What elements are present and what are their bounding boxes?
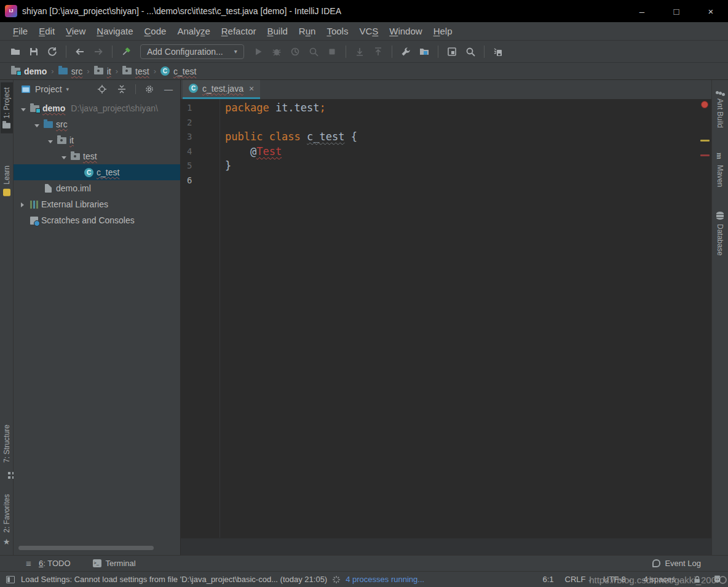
open-icon[interactable] (8, 44, 23, 59)
run-icon[interactable] (251, 44, 266, 59)
stripe-tab-7-structure[interactable]: 7: Structure (1, 420, 13, 479)
tree-label: Scratches and Consoles (41, 215, 135, 225)
locate-file-icon[interactable] (95, 82, 109, 96)
run-configuration-combo[interactable]: Add Configuration... ▾ (140, 44, 244, 59)
stripe-tab-learn[interactable]: Learn (1, 161, 13, 201)
toolwindow-toggle-icon[interactable] (6, 576, 15, 583)
profiler-icon[interactable] (306, 44, 321, 59)
menu-build[interactable]: Build (261, 24, 293, 38)
gear-icon[interactable] (143, 82, 156, 96)
close-button[interactable]: × (694, 0, 728, 22)
menu-help[interactable]: Help (428, 24, 458, 38)
line-number: 4 (187, 145, 220, 159)
breadcrumb-demo[interactable]: demo (9, 65, 49, 78)
event-log-button[interactable]: Event Log (652, 559, 701, 568)
folder-src-icon (58, 68, 68, 74)
tree-expand-icon[interactable] (48, 135, 54, 145)
code-token: it.test (269, 102, 320, 114)
project-tree: demoD:\java_project\shiyan\srcittestc_te… (14, 98, 180, 555)
warning-stripe-mark[interactable] (700, 140, 710, 142)
chevron-down-icon[interactable]: ▾ (66, 86, 69, 92)
menu-vcs[interactable]: VCS (354, 24, 384, 38)
tool-window-bar: 6: TODOTerminal Event Log (0, 555, 728, 571)
back-icon[interactable] (73, 44, 87, 59)
close-tab-icon[interactable]: × (249, 84, 254, 94)
tree-row-c-test[interactable]: c_test (14, 164, 180, 180)
menu-analyze[interactable]: Analyze (172, 24, 215, 38)
project-panel-title[interactable]: Project (35, 84, 62, 94)
coverage-icon[interactable] (288, 44, 303, 59)
menu-navigate[interactable]: Navigate (91, 24, 138, 38)
caret-position-widget[interactable]: 6:1 (542, 575, 553, 584)
forward-icon[interactable] (91, 44, 106, 59)
tree-row-external-libraries[interactable]: External Libraries (14, 196, 180, 212)
breadcrumb-c-test[interactable]: c_test (158, 65, 199, 78)
stop-icon[interactable] (325, 44, 339, 59)
processes-running-link[interactable]: 4 processes running... (346, 575, 424, 584)
menu-edit[interactable]: Edit (33, 24, 60, 38)
highlighting-level-icon[interactable] (713, 575, 722, 584)
stripe-tab-database[interactable]: Database (714, 207, 726, 260)
tree-expand-icon[interactable] (21, 103, 27, 113)
stripe-tab-2-favorites[interactable]: 2: Favorites (1, 489, 13, 551)
class-icon (160, 66, 170, 76)
update-project-icon[interactable] (352, 44, 367, 59)
commit-icon[interactable] (371, 44, 386, 59)
hide-panel-icon[interactable]: — (162, 82, 175, 96)
stripe-tab-maven[interactable]: Maven (714, 148, 726, 192)
menu-code[interactable]: Code (139, 24, 172, 38)
build-hammer-icon[interactable] (119, 44, 133, 59)
tree-expand-icon[interactable] (34, 119, 41, 129)
menu-view[interactable]: View (60, 24, 91, 38)
tree-expand-icon[interactable] (21, 199, 27, 209)
save-icon[interactable] (26, 44, 41, 59)
plugin-device-icon[interactable] (491, 44, 505, 59)
tree-row-scratches-and-consoles[interactable]: Scratches and Consoles (14, 212, 180, 228)
line-separator-widget[interactable]: CRLF ⌄ (565, 575, 593, 584)
toolwindow-button-6-todo[interactable]: 6: TODO (26, 559, 71, 568)
indent-widget[interactable]: 4 spaces ⌄ (643, 575, 682, 584)
tree-row-src[interactable]: src (14, 116, 180, 132)
left-tool-stripe: 1: ProjectLearn 7: Structure2: Favorites (0, 80, 14, 555)
restore-layout-icon[interactable] (445, 44, 459, 59)
stripe-tab-ant-build[interactable]: Ant Build (714, 86, 727, 133)
tab-c_test-java[interactable]: c_test.java × (183, 80, 260, 99)
project-structure-icon[interactable] (417, 44, 432, 59)
menu-refactor[interactable]: Refactor (216, 24, 262, 38)
maximize-button[interactable]: □ (659, 0, 694, 22)
breadcrumb-label: test (135, 66, 149, 76)
encoding-widget[interactable]: UTF-8 ⌄ (603, 575, 632, 584)
breadcrumb-test[interactable]: test (120, 65, 152, 78)
error-stripe-mark[interactable] (700, 154, 710, 156)
line-number: 2 (187, 116, 220, 130)
debug-icon[interactable] (269, 44, 284, 59)
tree-row-test[interactable]: test (14, 148, 180, 164)
sync-icon[interactable] (45, 44, 60, 59)
tree-expand-icon[interactable] (61, 151, 68, 161)
code-editor[interactable]: 123456 package it.test;public class c_te… (181, 99, 711, 538)
menu-tools[interactable]: Tools (321, 24, 354, 38)
tree-row-it[interactable]: it (14, 132, 180, 148)
horizontal-scrollbar[interactable] (18, 546, 154, 550)
code-token: c_test (307, 130, 344, 143)
menu-file[interactable]: File (7, 24, 33, 38)
tree-row-demo-iml[interactable]: demo.iml (14, 180, 180, 196)
inspections-error-indicator-icon[interactable] (701, 101, 708, 108)
toolwindow-button-terminal[interactable]: Terminal (93, 559, 136, 568)
menu-window[interactable]: Window (384, 24, 427, 38)
chevron-down-icon: ⌄ (587, 577, 592, 583)
search-everywhere-icon[interactable] (463, 44, 478, 59)
breadcrumb-it[interactable]: it (92, 65, 114, 78)
stripe-tab-1-project[interactable]: 1: Project (1, 82, 13, 134)
tree-row-demo[interactable]: demoD:\java_project\shiyan\ (14, 100, 180, 116)
minimize-button[interactable]: – (625, 0, 659, 22)
tree-label: c_test (97, 167, 119, 177)
breadcrumb-src[interactable]: src (56, 65, 85, 78)
settings-wrench-icon[interactable] (398, 44, 413, 59)
editor-area: c_test.java × 123456 package it.test;pub… (181, 80, 711, 555)
spinner-icon (332, 575, 341, 584)
package-icon (71, 153, 80, 160)
lock-icon[interactable] (693, 575, 702, 584)
menu-run[interactable]: Run (293, 24, 322, 38)
collapse-all-icon[interactable] (115, 82, 129, 96)
